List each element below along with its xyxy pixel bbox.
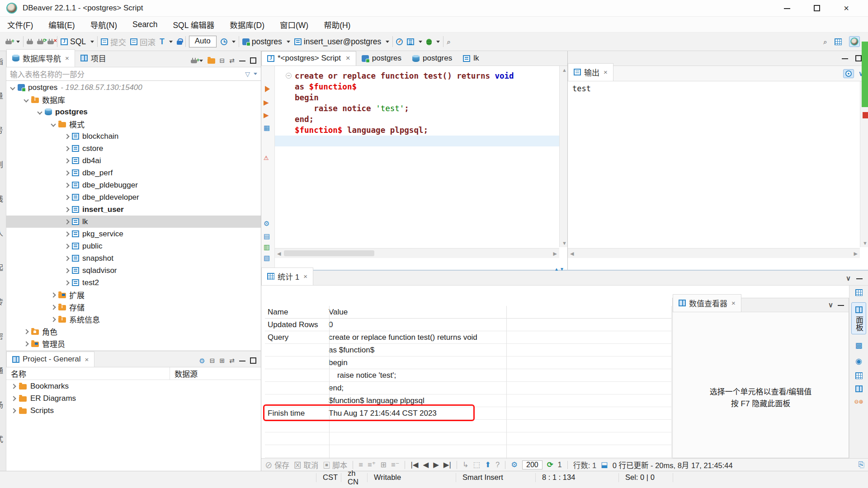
execute-new-tab-icon[interactable]: ▶ xyxy=(264,111,269,119)
tree-item-postgres[interactable]: postgres - 192.168.57.130:15400 xyxy=(6,81,261,94)
dashboard-icon[interactable] xyxy=(396,38,403,45)
minimize-button[interactable] xyxy=(784,5,790,11)
editor-vertical-scrollbar[interactable]: ▲▼ xyxy=(559,66,567,247)
splitter-handle[interactable]: ▲▼ xyxy=(554,267,565,272)
panels-toggle[interactable]: 面板 xyxy=(851,302,866,334)
tree-chevron-icon[interactable] xyxy=(37,109,42,114)
stats-row[interactable]: raise notice 'test'; xyxy=(265,369,672,382)
project-item-Bookmarks[interactable]: Bookmarks xyxy=(6,380,261,392)
menu-item-SQL 编辑器[interactable]: SQL 编辑器 xyxy=(173,19,214,30)
refresh-icon[interactable]: ⟳ xyxy=(547,460,553,469)
stats-row[interactable]: as $function$ xyxy=(265,344,672,357)
close-tab-icon[interactable]: × xyxy=(303,272,307,280)
minimize-panel-icon[interactable] xyxy=(239,357,245,364)
record-mode-icon[interactable]: ◉ xyxy=(855,357,862,366)
tree-chevron-icon[interactable] xyxy=(64,280,69,285)
stats-row[interactable] xyxy=(265,420,672,432)
column-header-value[interactable]: Value xyxy=(326,308,503,317)
tree-item-lk[interactable]: lk xyxy=(6,216,261,228)
menu-item-帮助(H)[interactable]: 帮助(H) xyxy=(324,19,350,30)
editor-tab-postgres[interactable]: postgres xyxy=(356,52,407,66)
minimize-view-icon[interactable] xyxy=(842,55,848,61)
close-tab-icon[interactable]: × xyxy=(346,54,350,63)
first-page-button[interactable]: |◀ xyxy=(410,460,418,469)
next-page-button[interactable]: ▶ xyxy=(433,460,439,469)
tree-item-db4ai[interactable]: db4ai xyxy=(6,155,261,167)
navigator-filter[interactable]: 输入表格名称的一部分 ▽ xyxy=(6,67,261,81)
tree-chevron-icon[interactable] xyxy=(64,195,69,200)
checkered-icon[interactable]: ▩ xyxy=(855,341,862,350)
add-row-icon[interactable]: ≡⁺ xyxy=(368,460,376,469)
stats-row[interactable] xyxy=(265,432,672,445)
tree-chevron-icon[interactable] xyxy=(64,231,69,236)
expand-icon[interactable]: ⊞ xyxy=(220,357,225,364)
tree-item-snapshot[interactable]: snapshot xyxy=(6,252,261,264)
minimize-viewer-icon[interactable] xyxy=(838,302,844,308)
tree-item-系统信息[interactable]: 系统信息 xyxy=(6,313,261,325)
tree-chevron-icon[interactable] xyxy=(24,97,28,102)
tree-item-public[interactable]: public xyxy=(6,240,261,252)
transaction-log-button[interactable]: T xyxy=(160,37,173,47)
sql-editor-button[interactable]: SQL xyxy=(61,37,94,47)
split-panel-icon[interactable] xyxy=(855,385,863,392)
tree-item-dbe_pldeveloper[interactable]: dbe_pldeveloper xyxy=(6,191,261,203)
last-page-button[interactable]: ▶| xyxy=(443,460,451,469)
project-settings-icon[interactable]: ⚙ xyxy=(199,357,205,364)
editor-tab-script[interactable]: *<postgres> Script× xyxy=(261,51,356,66)
delete-row-icon[interactable]: ≡⁻ xyxy=(391,460,399,469)
fetch-size-input[interactable]: 200 xyxy=(522,460,542,469)
save-button[interactable]: ⊘ 保存 xyxy=(265,460,289,470)
doc-icon-2[interactable]: ▥ xyxy=(264,243,270,251)
quick-access-search-icon[interactable]: ⌕ xyxy=(823,38,827,45)
debug-button[interactable] xyxy=(426,38,440,45)
autoshow-output-toggle[interactable] xyxy=(843,69,854,78)
project-chevron-icon[interactable] xyxy=(11,384,16,389)
column-datasource[interactable]: 数据源 xyxy=(170,367,198,380)
project-item-Scripts[interactable]: Scripts xyxy=(6,404,261,417)
tree-item-pkg_service[interactable]: pkg_service xyxy=(6,228,261,240)
menu-item-编辑(E)[interactable]: 编辑(E) xyxy=(48,19,75,30)
autocommit-selector[interactable]: Auto xyxy=(189,36,217,47)
tab-database-navigator[interactable]: 数据库导航× xyxy=(6,49,75,67)
editor-tab-lk[interactable]: lk xyxy=(458,52,484,66)
code-line[interactable]: −create or replace function test() retur… xyxy=(275,70,559,81)
column-header-name[interactable]: Name xyxy=(265,308,326,317)
menu-item-导航(N)[interactable]: 导航(N) xyxy=(90,19,117,30)
minimize-panel-icon[interactable] xyxy=(239,57,245,64)
dbeaver-perspective-button[interactable] xyxy=(849,36,860,47)
code-line[interactable]: begin xyxy=(275,92,559,103)
menu-item-Search[interactable]: Search xyxy=(132,20,157,29)
copy-panel-icon[interactable]: ⎘ xyxy=(859,460,864,469)
cancel-button[interactable]: ⊠ 取消 xyxy=(294,460,318,470)
close-tab-icon[interactable]: × xyxy=(604,68,608,76)
tree-item-postgres[interactable]: postgres xyxy=(6,106,261,118)
execute-statement-icon[interactable] xyxy=(265,86,270,92)
tree-chevron-icon[interactable] xyxy=(24,329,28,334)
lock-icon[interactable] xyxy=(177,41,182,45)
collapse-icon[interactable]: ⊟ xyxy=(210,357,215,364)
tab-statistics[interactable]: 统计 1× xyxy=(261,267,313,285)
tree-chevron-icon[interactable] xyxy=(51,317,56,322)
copy-row-icon[interactable]: ⊞ xyxy=(380,460,387,469)
tree-item-管理员[interactable]: 管理员 xyxy=(6,338,261,350)
tree-chevron-icon[interactable] xyxy=(64,134,69,139)
tree-item-dbe_perf[interactable]: dbe_perf xyxy=(6,167,261,179)
stats-row[interactable]: begin xyxy=(265,357,672,369)
stats-row[interactable]: Updated Rows0 xyxy=(265,319,672,331)
tab-value-viewer[interactable]: 数值查看器× xyxy=(673,294,741,312)
doc-icon-3[interactable]: ▧ xyxy=(264,254,270,262)
tree-chevron-icon[interactable] xyxy=(64,207,69,212)
code-line[interactable]: $function$ language plpgsql; xyxy=(275,125,559,136)
edit-row-icon[interactable]: ≡ xyxy=(359,460,363,469)
close-tab-icon[interactable]: × xyxy=(731,299,736,307)
settings-gear-icon[interactable]: ⚙ xyxy=(511,460,518,469)
tree-chevron-icon[interactable] xyxy=(64,219,69,224)
tree-item-test2[interactable]: test2 xyxy=(6,277,261,289)
tree-chevron-icon[interactable] xyxy=(64,268,69,273)
tab-project-general[interactable]: Project - General× xyxy=(6,352,94,367)
project-chevron-icon[interactable] xyxy=(11,408,16,413)
explain-plan-icon[interactable]: ▦ xyxy=(264,124,270,132)
script-button[interactable]: ▣ 脚本 xyxy=(323,460,347,470)
tree-chevron-icon[interactable] xyxy=(64,170,69,175)
close-tab-icon[interactable]: × xyxy=(65,54,69,62)
